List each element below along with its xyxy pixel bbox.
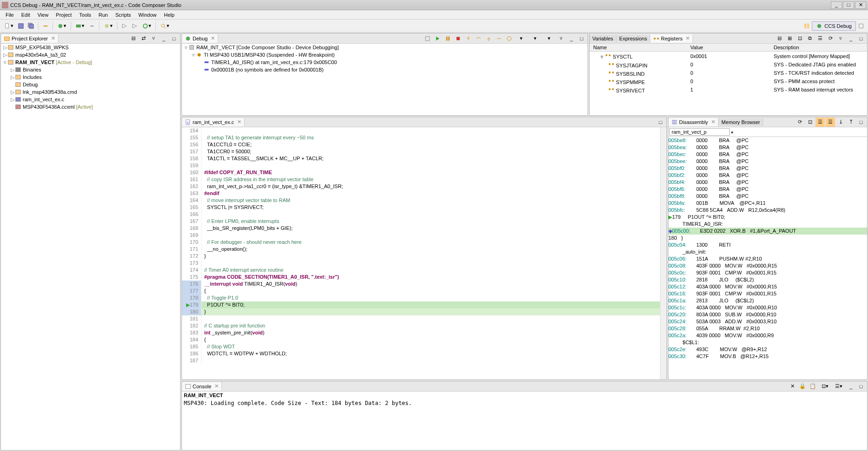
disasm-tb-6[interactable]: ⤒ <box>846 118 855 127</box>
expressions-tab[interactable]: Expressions <box>616 35 650 42</box>
maximize-view-button[interactable]: □ <box>856 118 866 127</box>
tree-item[interactable]: Debug <box>1 81 180 88</box>
debug-tree-item[interactable]: ▿TI MSP430 USB1/MSP430 (Suspended - HW B… <box>182 51 588 59</box>
memory-browser-tab[interactable]: Memory Browser <box>719 118 763 126</box>
menu-view[interactable]: View <box>34 11 52 19</box>
save-all-button[interactable] <box>26 21 36 31</box>
link-button[interactable] <box>87 21 97 31</box>
other-perspective-button[interactable] <box>856 21 866 31</box>
register-row[interactable]: SYSRIVECT1SYS - RAM based interrupt vect… <box>589 85 867 94</box>
connect-button[interactable] <box>41 21 50 31</box>
reg-tb-3[interactable]: ⊡ <box>795 34 804 43</box>
disassembly-tab[interactable]: Disassembly ✕ <box>668 118 719 126</box>
menu-scripts[interactable]: Scripts <box>111 11 135 19</box>
tree-item[interactable]: ▷ram_int_vect_ex.c <box>1 96 180 103</box>
editor-file-tab[interactable]: c ram_int_vect_ex.c ✕ <box>182 118 245 126</box>
search-button[interactable]: ▾ <box>158 21 171 31</box>
menu-edit[interactable]: Edit <box>18 11 34 19</box>
console-tb-5[interactable]: ☰▾ <box>832 382 845 391</box>
maximize-view-button[interactable]: □ <box>577 34 586 43</box>
open-perspective-button[interactable] <box>802 21 811 31</box>
resume-button[interactable] <box>433 34 442 43</box>
disasm-tb-5[interactable]: ⤓ <box>836 118 845 127</box>
disasm-tb-2[interactable]: ⊡ <box>805 118 815 127</box>
debug-menu-1[interactable]: ▾ <box>515 34 528 43</box>
variables-tab[interactable]: Variables <box>589 35 616 42</box>
register-row[interactable]: SYSJTAGPIN0SYS - Dedicated JTAG pins ena… <box>589 60 867 69</box>
menu-project[interactable]: Project <box>52 11 75 19</box>
console-tb-2[interactable]: 🔒 <box>798 382 807 391</box>
save-button[interactable] <box>16 21 26 31</box>
maximize-editor-button[interactable]: □ <box>656 118 665 127</box>
ccs-debug-perspective[interactable]: CCS Debug <box>812 21 856 31</box>
step-1-button[interactable] <box>120 21 129 31</box>
debug-tab[interactable]: Debug ✕ <box>182 34 218 43</box>
disasm-tb-4[interactable]: ☰ <box>826 118 835 127</box>
registers-table[interactable]: Name Value Description ▿ SYSCTL0x0001Sys… <box>589 44 867 115</box>
view-menu-button[interactable]: ▿ <box>557 34 566 43</box>
menu-tools[interactable]: Tools <box>76 11 95 19</box>
menu-run[interactable]: Run <box>95 11 111 19</box>
console-output[interactable]: RAM_INT_VECT MSP430: Loading complete. C… <box>182 392 867 450</box>
debug-tb-1[interactable] <box>423 34 432 43</box>
console-tb-1[interactable]: ✕ <box>788 382 797 391</box>
view-menu-button[interactable]: ▿ <box>149 34 158 43</box>
tree-item[interactable]: ▷MSP_EXP5438_WPKS <box>1 44 180 51</box>
close-icon[interactable]: ✕ <box>237 119 241 125</box>
disasm-tb-1[interactable]: ⟳ <box>795 118 804 127</box>
close-icon[interactable]: ✕ <box>211 35 215 41</box>
close-icon[interactable]: ✕ <box>711 119 715 125</box>
debug-tree-item[interactable]: TIMER1_A0_ISR() at ram_int_vect_ex.c:179… <box>182 59 588 66</box>
reg-tb-1[interactable]: ⊟ <box>775 34 784 43</box>
menu-help[interactable]: Help <box>160 11 178 19</box>
suspend-button[interactable] <box>443 34 453 43</box>
step-2-button[interactable] <box>130 21 139 31</box>
tree-item[interactable]: MSP430F5438A.ccxml [Active] <box>1 103 180 111</box>
minimize-view-button[interactable]: _ <box>846 382 855 391</box>
reg-tb-2[interactable]: ⊞ <box>785 34 794 43</box>
close-icon[interactable]: ✕ <box>51 35 55 41</box>
console-tb-3[interactable]: 📋 <box>808 382 817 391</box>
disasm-tb-3[interactable]: ☰ <box>816 118 825 127</box>
terminate-button[interactable] <box>453 34 463 43</box>
overview-ruler[interactable] <box>660 127 667 379</box>
maximize-view-button[interactable]: □ <box>856 382 866 391</box>
step-return-button[interactable] <box>484 34 493 43</box>
maximize-view-button[interactable]: □ <box>169 34 179 43</box>
debug-menu-2[interactable]: ▾ <box>529 34 542 43</box>
step-into-button[interactable] <box>464 34 473 43</box>
register-row[interactable]: ▿ SYSCTL0x0001System control [Memory Map… <box>589 52 867 61</box>
view-menu-button[interactable]: ▿ <box>836 34 845 43</box>
minimize-button[interactable]: _ <box>831 1 842 9</box>
menu-window[interactable]: Window <box>135 11 160 19</box>
build-button[interactable]: ▾ <box>102 21 115 31</box>
debug-button[interactable]: ▾ <box>55 21 68 31</box>
tree-item[interactable]: ▿RAM_INT_VECT [Active - Debug] <box>1 59 180 66</box>
project-explorer-tree[interactable]: ▷MSP_EXP5438_WPKS▷msp430x54xA_ta3_02▿RAM… <box>1 44 180 450</box>
console-tb-4[interactable]: ⊡▾ <box>818 382 831 391</box>
code-editor[interactable]: 154155 // setup TA1 to generate interrup… <box>182 127 660 379</box>
disassembly-address-input[interactable] <box>669 128 730 136</box>
reg-tb-5[interactable]: ☰ <box>816 34 825 43</box>
refresh-button[interactable]: ▾ <box>140 21 153 31</box>
debug-tree[interactable]: ▿RAM_INT_VECT [Code Composer Studio - De… <box>182 44 588 115</box>
reg-tb-6[interactable]: ⟳ <box>826 34 835 43</box>
maximize-button[interactable]: □ <box>843 1 854 9</box>
menu-file[interactable]: File <box>2 11 18 19</box>
close-icon[interactable]: ✕ <box>686 35 690 41</box>
project-explorer-tab[interactable]: Project Explorer ✕ <box>1 34 58 43</box>
step-asm-button[interactable] <box>494 34 504 43</box>
registers-tab[interactable]: Registers ✕ <box>650 34 693 43</box>
tree-item[interactable]: ▷Includes <box>1 73 180 81</box>
tree-item[interactable]: ▷Binaries <box>1 66 180 73</box>
console-tab[interactable]: Console ✕ <box>182 382 222 391</box>
tree-item[interactable]: ▷msp430x54xA_ta3_02 <box>1 51 180 59</box>
collapse-all-button[interactable]: ⊟ <box>129 34 138 43</box>
register-row[interactable]: SYSBSLIND0SYS - TCK/RST indication detec… <box>589 69 867 77</box>
debug-tree-item[interactable]: ▿RAM_INT_VECT [Code Composer Studio - De… <box>182 44 588 51</box>
debug-menu-3[interactable]: ▾ <box>543 34 556 43</box>
disassembly-view[interactable]: 005be8: 0000 BRA @PC 005bea: 0000 BRA @P… <box>668 137 867 379</box>
maximize-view-button[interactable]: □ <box>856 34 866 43</box>
tree-item[interactable]: ▷lnk_msp430f5438a.cmd <box>1 88 180 96</box>
restart-button[interactable] <box>505 34 514 43</box>
